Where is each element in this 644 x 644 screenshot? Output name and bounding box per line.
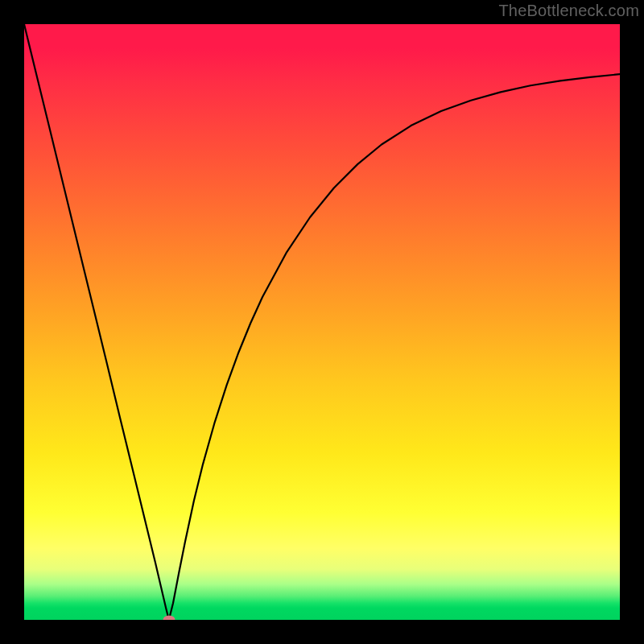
minimum-marker — [163, 616, 175, 621]
chart-frame: TheBottleneck.com — [0, 0, 644, 644]
curve-line — [24, 24, 620, 620]
plot-area — [24, 24, 620, 620]
attribution-text: TheBottleneck.com — [498, 2, 639, 20]
